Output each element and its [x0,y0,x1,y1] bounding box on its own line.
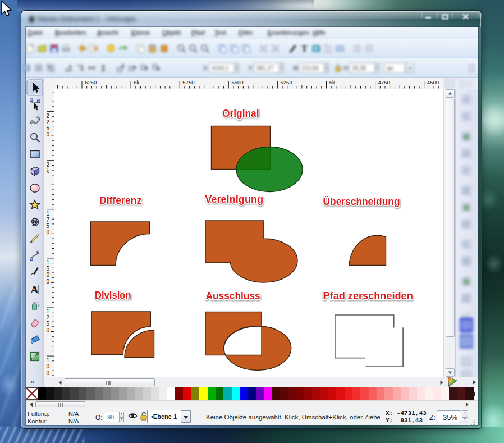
svg-text:0: 0 [47,327,50,334]
svg-text:5: 5 [47,125,50,131]
svg-text:k: k [47,168,50,174]
svg-text:0: 0 [47,363,50,369]
svg-text:Original: Original [222,107,259,119]
svg-text:0: 0 [47,370,50,376]
svg-text:2: 2 [47,113,50,119]
svg-text:2: 2 [47,162,50,168]
svg-text:»: » [30,378,34,386]
svg-text:1: 1 [47,211,50,217]
svg-text:5: 5 [47,321,50,327]
svg-text:Vereinigung: Vereinigung [205,193,263,205]
svg-text:1: 1 [47,357,50,363]
svg-text:-5k: -5k [328,79,335,85]
svg-text:7: 7 [47,217,50,223]
svg-text:-6250: -6250 [83,79,97,85]
svg-text:Division: Division [95,289,131,301]
svg-text:2: 2 [47,119,50,125]
svg-text:2: 2 [47,314,50,321]
svg-text:0: 0 [47,272,50,278]
svg-text:0: 0 [47,229,50,235]
svg-text:1: 1 [47,308,50,314]
svg-text:-5500: -5500 [230,79,243,85]
svg-text:-4500: -4500 [425,79,439,85]
svg-text:-5750: -5750 [181,79,194,85]
svg-text:T: T [301,44,308,53]
svg-text:5: 5 [47,266,50,272]
svg-text:-6k: -6k [132,79,139,85]
svg-text:A: A [31,284,39,295]
svg-text:Ausschluss: Ausschluss [206,290,260,302]
svg-text:0: 0 [47,278,50,285]
svg-text:Pfad zerschneiden: Pfad zerschneiden [323,290,413,302]
svg-text:1: 1 [47,259,50,266]
svg-text:-4750: -4750 [377,79,390,85]
svg-text:5: 5 [47,223,50,229]
svg-text:0: 0 [47,131,50,138]
svg-text:Überschneidung: Überschneidung [323,195,400,207]
svg-text:-5250: -5250 [278,79,292,85]
svg-text:Differenz: Differenz [99,194,141,206]
